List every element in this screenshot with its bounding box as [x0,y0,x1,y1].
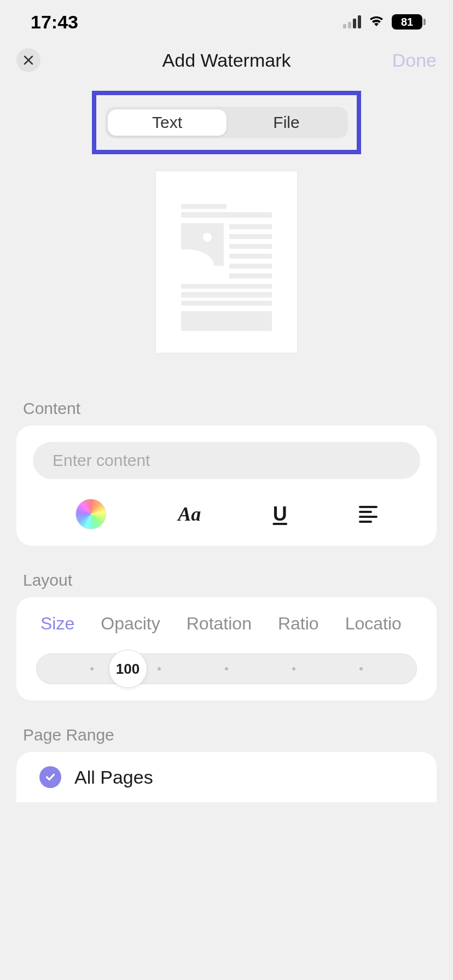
content-section-label: Content [0,399,453,425]
status-bar: 17:43 81 [0,0,453,39]
battery-icon: 81 [392,14,426,30]
done-button[interactable]: Done [392,50,437,71]
content-card: Aa U [16,425,437,546]
status-icons: 81 [343,13,426,31]
header: Add Watermark Done [0,39,453,81]
segment-text[interactable]: Text [107,109,227,136]
tab-rotation[interactable]: Rotation [187,614,252,634]
format-toolbar: Aa U [33,499,420,529]
segment-file[interactable]: File [227,109,346,136]
tab-location[interactable]: Locatio [345,614,402,634]
radio-checked-icon [39,766,61,788]
tab-opacity[interactable]: Opacity [101,614,160,634]
layout-tabs: Size Opacity Rotation Ratio Locatio [33,614,420,634]
page-range-section-label: Page Range [0,726,453,752]
all-pages-label: All Pages [74,767,153,788]
tab-size[interactable]: Size [40,614,74,634]
color-picker-button[interactable] [76,499,106,529]
all-pages-option[interactable]: All Pages [39,766,414,788]
layout-card: Size Opacity Rotation Ratio Locatio 100 [16,597,437,701]
status-time: 17:43 [31,11,78,33]
content-input[interactable] [33,442,420,479]
font-style-button[interactable]: Aa [178,503,201,526]
close-button[interactable] [16,48,40,72]
segment-highlight: Text File [92,91,361,154]
slider-thumb[interactable]: 100 [109,650,147,688]
close-icon [22,54,35,67]
cellular-signal-icon [343,15,361,28]
size-slider[interactable]: 100 [36,654,417,684]
battery-level: 81 [401,16,413,28]
text-align-button[interactable] [359,506,378,523]
watermark-type-segment: Text File [105,107,348,138]
layout-section-label: Layout [0,571,453,597]
document-preview [155,171,298,353]
underline-button[interactable]: U [273,503,287,526]
tab-ratio[interactable]: Ratio [278,614,319,634]
slider-ticks [37,654,416,684]
align-lines-icon [359,506,378,508]
wifi-icon [367,13,386,31]
page-title: Add Watermark [162,50,291,71]
page-range-card: All Pages [16,752,437,802]
